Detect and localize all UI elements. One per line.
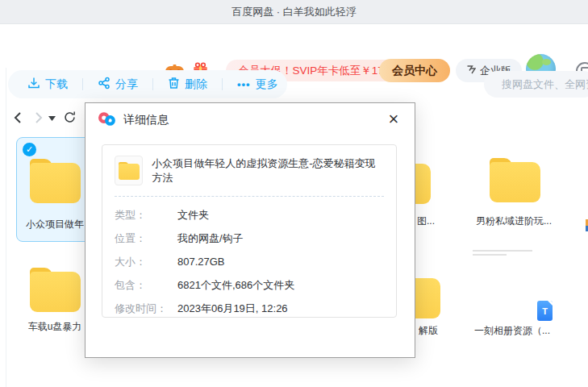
download-icon [27,77,40,92]
faint-watermark [473,250,532,260]
window-title: 百度网盘 · 白羊我如此轻浮 [231,5,357,19]
file-name: 小众项目做年轻人的虚拟资源生意-恋爱秘籍变现方法 [152,156,384,185]
delete-button[interactable]: 删除 [168,77,207,92]
detail-row-modified: 修改时间： 2023年06月19日, 12:26 [115,297,384,320]
detail-row-size: 大小： 807.27GB [115,250,384,273]
window-titlebar: 百度网盘 · 白羊我如此轻浮 [0,0,588,24]
share-button[interactable]: 分享 [98,77,138,92]
toolbar-separator [152,78,153,90]
folder-card[interactable]: 车载u盘暴力 [16,263,94,368]
folder-icon[interactable] [490,158,540,202]
share-icon [98,77,111,92]
details-dialog: 详细信息 × 小众项目做年轻人的虚拟资源生意-恋爱秘籍变现方法 类型： 文件夹 … [85,102,415,358]
folder-name[interactable]: 车载u盘暴力 [16,320,94,334]
dialog-header: 详细信息 [85,103,415,137]
file-name[interactable]: 一刻相册资源（... [474,324,550,338]
refresh-button[interactable] [61,109,77,125]
toolbar-separator [82,78,83,90]
folder-name[interactable]: 男粉私域进阶玩... [476,214,552,228]
toolbar-separator [222,78,223,90]
folder-name[interactable]: 图... [417,214,435,228]
file-summary-row: 小众项目做年轻人的虚拟资源生意-恋爱秘籍变现方法 [115,156,384,185]
history-caret-icon[interactable] [47,114,56,123]
folder-name[interactable]: 小众项目做年 [17,218,93,231]
folder-card[interactable]: ✓ 小众项目做年 [16,137,94,242]
app-window: 百度网盘 · 白羊我如此轻浮 会员大促！SVIP年卡低至￥178 会员中心 企业… [0,0,588,387]
forward-button[interactable] [31,110,47,126]
detail-row-location: 位置： 我的网盘/钩子 [115,227,384,250]
close-icon[interactable]: × [383,109,404,130]
detail-row-contains: 包含： 6821个文件,686个文件夹 [115,273,384,297]
content-divider [6,68,6,387]
folder-icon [30,268,81,312]
dialog-title: 详细信息 [123,113,169,127]
folder-name[interactable]: 解版 [419,324,438,338]
back-button[interactable] [10,110,26,126]
detail-row-type: 类型： 文件夹 [115,203,384,227]
netdisk-logo-icon [98,110,116,131]
folder-icon [30,159,81,203]
folder-icon [115,156,143,185]
more-button[interactable]: ••• 更多 [237,77,278,92]
search-box [484,71,588,98]
header: 会员大促！SVIP年卡低至￥178 会员中心 企业版 SVIP1 [0,24,588,66]
search-input[interactable] [500,77,588,91]
trash-icon [168,77,180,92]
more-icon: ••• [237,81,251,89]
download-button[interactable]: 下载 [27,77,68,92]
check-icon[interactable]: ✓ [23,143,36,156]
txt-file-icon[interactable]: T [537,301,553,321]
enterprise-icon [466,64,476,77]
vip-center-button[interactable]: 会员中心 [379,59,450,82]
dashed-divider [115,196,384,197]
action-toolbar: 下载 分享 删除 ••• 更多 [8,70,287,98]
details-panel: 小众项目做年轻人的虚拟资源生意-恋爱秘籍变现方法 类型： 文件夹 位置： 我的网… [102,144,397,318]
